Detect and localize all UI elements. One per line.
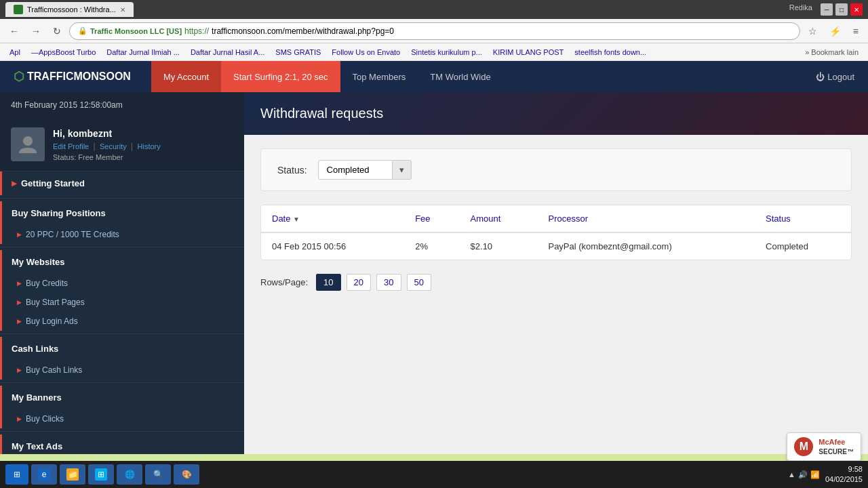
bookmark-steelfish[interactable]: steelfish fonts down... — [570, 47, 650, 58]
sidebar-item-buy-login-ads[interactable]: ▶ Buy Login Ads — [2, 312, 244, 331]
bookmark-appsboost[interactable]: —AppsBoost Turbo — [27, 47, 100, 58]
cell-fee: 2% — [404, 232, 459, 260]
nav-tm-world[interactable]: TM World Wide — [418, 61, 502, 92]
content-body: Status: Completed ▾ Date ▼ — [244, 135, 868, 304]
avatar — [11, 127, 45, 161]
section-title-buy-sharing: Buy Sharing Positions — [2, 201, 244, 225]
sidebar-item-buy-start-pages[interactable]: ▶ Buy Start Pages — [2, 293, 244, 312]
sidebar-section-getting-started: ▶ Getting Started — [0, 171, 244, 195]
sidebar-item-buy-cash-links[interactable]: ▶ Buy Cash Links — [2, 361, 244, 380]
browser-tab[interactable]: Trafficmossoon : Withdra... ✕ — [5, 2, 134, 17]
sort-arrow-date: ▼ — [293, 216, 300, 223]
page-btn-50[interactable]: 50 — [407, 274, 431, 291]
nav-start-surfing[interactable]: Start Surfing 2:1, 20 sec — [221, 61, 340, 92]
bookmark-sms[interactable]: SMS GRATIS — [271, 47, 325, 58]
mcafee-icon: M — [794, 437, 813, 454]
bookmark-sintetis[interactable]: Sintetis kurikulum p... — [407, 47, 486, 58]
bookmark-jurnal1[interactable]: Daftar Jurnal Ilmiah ... — [102, 47, 184, 58]
edit-profile-link[interactable]: Edit Profile — [53, 142, 89, 150]
title-bar: Trafficmossoon : Withdra... ✕ Redika ─ □… — [0, 0, 868, 19]
window-controls: Redika ─ □ ✕ — [789, 3, 863, 16]
col-date[interactable]: Date ▼ — [261, 205, 404, 232]
pagination: Rows/Page: 10 20 30 50 — [260, 274, 852, 291]
col-processor[interactable]: Processor — [537, 205, 755, 232]
section-title-my-websites: My Websites — [2, 250, 244, 274]
logo-icon: ⬡ — [14, 69, 24, 84]
sidebar-item-buy-clicks-banners[interactable]: ▶ Buy Clicks — [2, 409, 244, 428]
status-dropdown-toggle[interactable]: ▾ — [393, 160, 412, 180]
status-filter: Status: Completed ▾ — [260, 148, 852, 191]
col-fee[interactable]: Fee — [404, 205, 459, 232]
cell-amount: $2.10 — [460, 232, 538, 260]
main-layout: 4th February 2015 12:58:00am Hi, kombezn… — [0, 92, 868, 454]
site-logo: ⬡ TRAFFICMONSOON — [14, 69, 131, 84]
item-arrow: ▶ — [17, 318, 22, 325]
col-status[interactable]: Status — [755, 205, 851, 232]
item-arrow: ▶ — [17, 299, 22, 306]
cell-date: 04 Feb 2015 00:56 — [261, 232, 404, 260]
minimize-button[interactable]: ─ — [821, 3, 833, 16]
sidebar-date: 4th February 2015 12:58:00am — [0, 92, 244, 118]
close-button[interactable]: ✕ — [850, 3, 863, 16]
ssl-indicator: 🔒 — [78, 26, 87, 35]
sidebar-section-my-websites: My Websites ▶ Buy Credits ▶ Buy Start Pa… — [0, 250, 244, 331]
sidebar: 4th February 2015 12:58:00am Hi, kombezn… — [0, 92, 244, 454]
tab-title: Trafficmossoon : Withdra... — [27, 5, 116, 14]
content-area: Withdrawal requests Status: Completed ▾ — [244, 92, 868, 454]
col-amount[interactable]: Amount — [460, 205, 538, 232]
bookmark-apl[interactable]: Apl — [5, 47, 24, 58]
forward-button[interactable]: → — [27, 24, 45, 38]
item-arrow: ▶ — [17, 231, 22, 238]
bookmark-star-button[interactable]: ☆ — [804, 24, 821, 38]
sidebar-divider-3 — [0, 333, 244, 334]
section-title-my-text-ads: My Text Ads — [2, 434, 244, 454]
logout-button[interactable]: ⏻ Logout — [816, 72, 854, 82]
menu-button[interactable]: ≡ — [849, 24, 863, 38]
sidebar-section-cash-links: Cash Links ▶ Buy Cash Links — [0, 337, 244, 380]
sidebar-divider-5 — [0, 431, 244, 432]
status-filter-label: Status: — [277, 165, 307, 176]
page-btn-10[interactable]: 10 — [316, 274, 340, 291]
mcafee-badge: M McAfee SECURE™ — [787, 432, 861, 454]
section-arrow: ▶ — [12, 180, 17, 187]
history-link[interactable]: History — [138, 142, 161, 150]
user-greeting: Hi, kombeznt — [53, 128, 161, 139]
back-button[interactable]: ← — [5, 24, 23, 38]
section-title-getting-started[interactable]: ▶ Getting Started — [2, 171, 244, 195]
navigation-bar: ← → ↻ 🔒 Traffic Monsoon LLC [US] https:/… — [0, 19, 868, 43]
address-url: trafficmonsoon.com/member/withdrawal.php… — [212, 26, 394, 36]
user-panel: Hi, kombeznt Edit Profile | Security | H… — [0, 118, 244, 171]
cell-status: Completed — [755, 232, 851, 260]
bookmark-jurnal2[interactable]: Daftar Jurnal Hasil A... — [186, 47, 269, 58]
page-btn-30[interactable]: 30 — [376, 274, 401, 291]
item-arrow: ▶ — [17, 415, 22, 422]
tab-favicon — [14, 5, 23, 14]
status-select-value[interactable]: Completed — [318, 160, 393, 180]
sidebar-item-ppc-credits[interactable]: ▶ 20 PPC / 1000 TE Credits — [2, 225, 244, 244]
bookmark-envato[interactable]: Follow Us on Envato — [328, 47, 404, 58]
sidebar-item-buy-credits[interactable]: ▶ Buy Credits — [2, 274, 244, 293]
refresh-button[interactable]: ↻ — [49, 24, 65, 38]
address-bar[interactable]: 🔒 Traffic Monsoon LLC [US] https:// traf… — [69, 22, 800, 40]
security-link[interactable]: Security — [100, 142, 127, 150]
mcafee-text: McAfee SECURE™ — [818, 437, 854, 454]
mcafee-secure-label: SECURE™ — [818, 447, 854, 454]
nav-my-account[interactable]: My Account — [151, 61, 221, 92]
nav-top-members[interactable]: Top Members — [340, 61, 418, 92]
page-btn-20[interactable]: 20 — [347, 274, 371, 291]
bookmark-kirim[interactable]: KIRIM ULANG POST — [489, 47, 568, 58]
section-title-cash-links: Cash Links — [2, 337, 244, 361]
site-org-label: Traffic Monsoon LLC [US] — [90, 27, 182, 35]
user-info: Hi, kombeznt Edit Profile | Security | H… — [53, 128, 161, 161]
logo-text: TRAFFICMONSOON — [27, 70, 131, 83]
sidebar-section-my-banners: My Banners ▶ Buy Clicks — [0, 386, 244, 428]
tab-close-btn[interactable]: ✕ — [120, 6, 125, 14]
content-header: Withdrawal requests — [244, 92, 868, 135]
sidebar-section-buy-sharing: Buy Sharing Positions ▶ 20 PPC / 1000 TE… — [0, 201, 244, 244]
maximize-button[interactable]: □ — [835, 3, 848, 16]
bookmarks-overflow[interactable]: » Bookmark lain — [801, 47, 863, 58]
address-https: https:// — [184, 26, 209, 36]
mcafee-brand: McAfee — [818, 437, 854, 447]
extensions-button[interactable]: ⚡ — [825, 24, 845, 38]
table-header-row: Date ▼ Fee Amount Processo — [261, 205, 851, 232]
